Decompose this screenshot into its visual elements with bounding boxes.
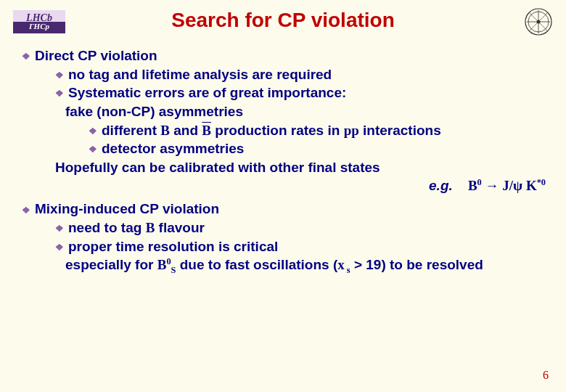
s1-item5: ❖detector asymmetries [89, 139, 551, 158]
diamond-bullet-icon: ❖ [55, 69, 64, 82]
s1-example: e.g. B0 → J/ψ K*0 [22, 176, 551, 195]
s1-item2: ❖Systematic errors are of great importan… [55, 83, 551, 102]
s1-item3: fake (non-CP) asymmetries [65, 102, 551, 121]
section1-heading: ❖Direct CP violation [22, 46, 551, 65]
diamond-bullet-icon: ❖ [89, 143, 97, 156]
diamond-bullet-icon: ❖ [55, 222, 64, 235]
s1-item6: Hopefully can be calibrated with other f… [55, 158, 551, 177]
s1-item4: ❖different B and B production rates in p… [89, 121, 551, 140]
s2-item3: especially for B0S due to fast oscillati… [65, 256, 551, 277]
page-number: 6 [543, 369, 549, 382]
diamond-bullet-icon: ❖ [55, 87, 64, 100]
diamond-bullet-icon: ❖ [22, 204, 30, 217]
slide-body: ❖Direct CP violation ❖no tag and lifetim… [22, 46, 551, 277]
section2-heading: ❖Mixing-induced CP violation [22, 200, 551, 219]
s2-item1: ❖need to tag B flavour [55, 219, 551, 237]
slide-title: Search for CP violation [0, 9, 566, 32]
diamond-bullet-icon: ❖ [89, 125, 97, 138]
diamond-bullet-icon: ❖ [22, 50, 30, 63]
s1-item1: ❖no tag and lifetime analysis are requir… [55, 65, 551, 84]
diamond-bullet-icon: ❖ [55, 241, 64, 254]
s2-item2: ❖proper time resolution is critical [55, 237, 551, 256]
